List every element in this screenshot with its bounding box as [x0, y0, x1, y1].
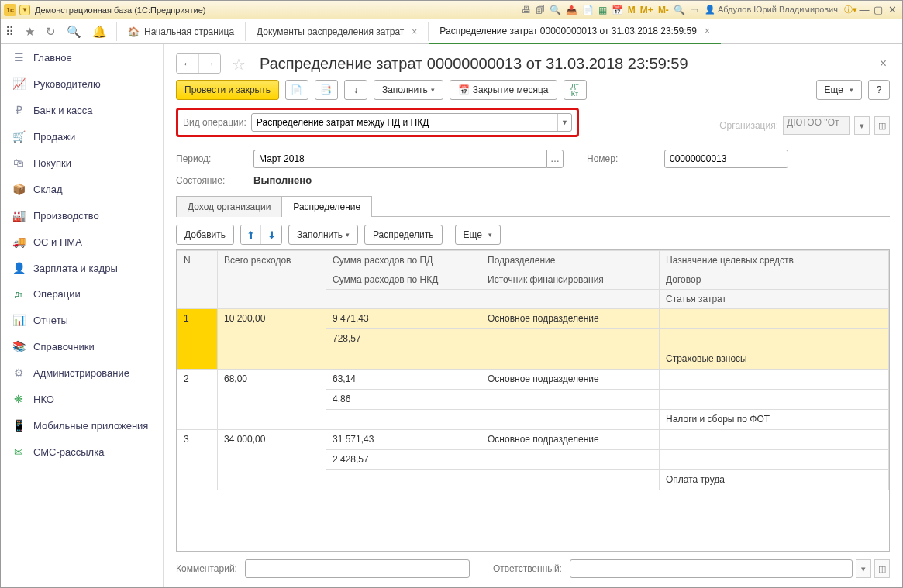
window-close[interactable]: ✕	[885, 4, 899, 15]
col-nkd[interactable]: Сумма расходов по НКД	[326, 270, 481, 290]
sidebar-item-hr[interactable]: 👤Зарплата и кадры	[1, 255, 163, 281]
tb-icon-book[interactable]: ▭	[690, 5, 698, 15]
cell-cost[interactable]: Налоги и сборы по ФОТ	[660, 410, 889, 430]
move-down-button[interactable]: ⬇	[261, 225, 281, 244]
tb-icon-4[interactable]: 📤	[566, 5, 577, 15]
nav-forward-button[interactable]: →	[198, 54, 220, 73]
sidebar-item-mobile[interactable]: 📱Мобильные приложения	[1, 412, 163, 438]
cell-pd[interactable]: 63,14	[326, 370, 481, 390]
tb-icon-1[interactable]: 🖶	[522, 5, 531, 15]
tab-distribution[interactable]: Распределение	[281, 196, 372, 217]
table-row[interactable]: 2 68,00 63,14 Основное подразделение	[177, 370, 889, 390]
calendar-icon[interactable]: 📅	[612, 5, 623, 15]
tab-income[interactable]: Доход организации	[176, 196, 282, 217]
window-restore[interactable]: ▢	[871, 4, 885, 15]
period-input[interactable]	[253, 150, 546, 168]
responsible-dropdown[interactable]: ▾	[856, 559, 871, 578]
bell-icon[interactable]: 🔔	[92, 25, 107, 39]
sidebar-item-reports[interactable]: 📊Отчеты	[1, 307, 163, 333]
tab-current-close[interactable]: ×	[705, 26, 710, 36]
move-up-button[interactable]: ⬆	[241, 225, 261, 244]
cell-purpose[interactable]	[660, 430, 889, 450]
cell-cost[interactable]: Оплата труда	[660, 470, 889, 490]
save-button[interactable]: 📄	[285, 80, 308, 100]
cell-n[interactable]: 2	[177, 370, 218, 430]
cell-dept[interactable]: Основное подразделение	[481, 430, 660, 450]
tab-home[interactable]: 🏠 Начальная страница	[117, 19, 245, 44]
cell-total[interactable]: 10 200,00	[218, 309, 326, 370]
sidebar-item-catalogs[interactable]: 📚Справочники	[1, 333, 163, 359]
number-input[interactable]	[664, 150, 788, 168]
add-row-button[interactable]: Добавить	[176, 225, 234, 245]
cell-total[interactable]: 34 000,00	[218, 430, 326, 490]
col-n[interactable]: N	[177, 251, 218, 309]
sidebar-item-nko[interactable]: ❋НКО	[1, 386, 163, 412]
down-button[interactable]: ↓	[344, 80, 367, 100]
cell-cost[interactable]: Страховые взносы	[660, 349, 889, 370]
cell-pd[interactable]: 9 471,43	[326, 309, 481, 329]
cell-n[interactable]: 1	[177, 309, 218, 370]
col-pd[interactable]: Сумма расходов по ПД	[326, 251, 481, 270]
history-icon[interactable]: ↻	[46, 25, 56, 39]
cell-purpose[interactable]	[660, 309, 889, 329]
info-icon[interactable]: ⓘ▾	[844, 4, 857, 15]
cell-n[interactable]: 3	[177, 430, 218, 490]
comment-input[interactable]	[245, 559, 470, 578]
tb-icon-5[interactable]: 📄	[582, 5, 594, 15]
mem-mminus[interactable]: M-	[658, 5, 669, 15]
col-purpose[interactable]: Назначение целевых средств	[660, 251, 889, 270]
cell-src[interactable]	[481, 329, 660, 349]
sidebar-item-assets[interactable]: 🚚ОС и НМА	[1, 229, 163, 255]
cell-contract[interactable]	[660, 390, 889, 410]
cell-dept[interactable]: Основное подразделение	[481, 370, 660, 390]
operation-type-input[interactable]	[252, 117, 557, 128]
search-icon[interactable]: 🔍	[67, 25, 81, 39]
organization-field[interactable]: ДЮТОО "От	[783, 116, 850, 135]
fill-button[interactable]: Заполнить ▾	[374, 80, 443, 100]
sidebar-item-admin[interactable]: ⚙Администрирование	[1, 359, 163, 386]
col-src[interactable]: Источник финансирования	[481, 270, 660, 290]
cell-purpose[interactable]	[660, 370, 889, 390]
dtkt-button[interactable]: ДтКт	[564, 80, 587, 100]
tb-icon-3[interactable]: 🔍	[550, 5, 561, 15]
mem-m[interactable]: M	[628, 5, 636, 15]
document-close-button[interactable]: ×	[877, 57, 890, 70]
responsible-input[interactable]	[570, 559, 853, 578]
sidebar-item-bank[interactable]: ₽Банк и касса	[1, 97, 163, 123]
more-button[interactable]: Еще	[816, 80, 862, 100]
table-more-button[interactable]: Еще	[455, 225, 501, 245]
sidebar-item-sales[interactable]: 🛒Продажи	[1, 123, 163, 150]
post-and-close-button[interactable]: Провести и закрыть	[176, 80, 279, 100]
cell-nkd[interactable]: 2 428,57	[326, 450, 481, 470]
current-user[interactable]: 👤 Абдулов Юрий Владимирович	[705, 5, 838, 15]
window-minimize[interactable]: —	[857, 4, 871, 15]
cell-pd[interactable]: 31 571,43	[326, 430, 481, 450]
sidebar-item-purchase[interactable]: 🛍Покупки	[1, 150, 163, 176]
tb-icon-zoom[interactable]: 🔍	[674, 5, 685, 15]
operation-type-dropdown-icon[interactable]: ▼	[557, 114, 571, 131]
distribute-button[interactable]: Распределить	[364, 225, 443, 245]
apps-grid-icon[interactable]: ⠿	[5, 25, 14, 39]
sidebar-item-operations[interactable]: ДтОперации	[1, 281, 163, 307]
organization-dropdown[interactable]: ▾	[854, 116, 870, 135]
sidebar-item-main[interactable]: ☰Главное	[1, 44, 163, 70]
sidebar-item-production[interactable]: 🏭Производство	[1, 202, 163, 229]
nav-back-button[interactable]: ←	[177, 54, 198, 73]
tb-icon-6[interactable]: ▦	[598, 5, 607, 15]
sidebar-item-warehouse[interactable]: 📦Склад	[1, 176, 163, 202]
tb-icon-2[interactable]: 🗐	[536, 5, 545, 15]
cell-contract[interactable]	[660, 329, 889, 349]
col-total[interactable]: Всего расходов	[218, 251, 326, 309]
cell-total[interactable]: 68,00	[218, 370, 326, 430]
cell-dept[interactable]: Основное подразделение	[481, 309, 660, 329]
table-row[interactable]: 3 34 000,00 31 571,43 Основное подраздел…	[177, 430, 889, 450]
period-picker-button[interactable]: …	[546, 150, 564, 168]
cell-src[interactable]	[481, 390, 660, 410]
cell-contract[interactable]	[660, 450, 889, 470]
table-row[interactable]: 1 10 200,00 9 471,43 Основное подразделе…	[177, 309, 889, 329]
cell-nkd[interactable]: 728,57	[326, 329, 481, 349]
sidebar-item-manager[interactable]: 📈Руководителю	[1, 70, 163, 97]
table-fill-button[interactable]: Заполнить ▾	[288, 225, 358, 245]
favorite-toggle-icon[interactable]: ☆	[232, 55, 249, 72]
operation-type-combo[interactable]: ▼	[251, 113, 572, 132]
